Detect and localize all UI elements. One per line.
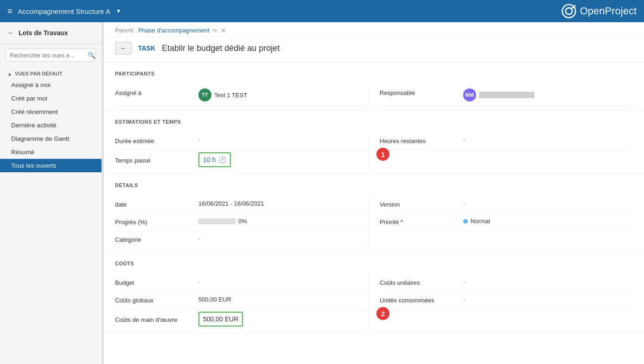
task-header: ← TASK Etablir le budget dédié au projet <box>104 37 644 63</box>
priorite-label: Priorité * <box>380 218 463 226</box>
task-type: TASK <box>138 44 155 52</box>
date-row: date 16/06/2021 - 16/06/2021 <box>115 195 368 213</box>
clock-icon: 🕐 <box>218 156 226 163</box>
participants-section: PARTICIPANTS Assigné à TT Test 1 TEST Re… <box>104 63 644 111</box>
progres-row: Progrès (%) 0% <box>115 213 368 231</box>
sidebar-section-label: ▲ VUES PAR DÉFAUT <box>0 66 102 78</box>
couts-right: Coûts unitaires - Unités consommées - <box>368 274 633 329</box>
heures-value: - <box>463 137 465 144</box>
couts-main-wrapper: Coûts de main d'œuvre 500,00 EUR 2 <box>115 309 368 329</box>
duree-value: - <box>198 137 200 144</box>
budget-value: - <box>198 278 200 285</box>
categorie-row: Catégorie - <box>115 231 368 248</box>
date-value: 16/06/2021 - 16/06/2021 <box>198 200 264 207</box>
estimations-left: Durée estimée - Temps passé 10 h 🕐 1 <box>115 132 368 170</box>
assigned-name: Test 1 TEST <box>214 92 247 99</box>
heures-label: Heures restantes <box>380 137 463 144</box>
duree-label: Durée estimée <box>115 137 198 144</box>
sidebar-item-resume[interactable]: Résumé <box>0 145 102 159</box>
participants-grid: Assigné à TT Test 1 TEST Responsable MM <box>115 84 633 107</box>
assigned-label: Assigné à <box>115 88 198 96</box>
duree-row: Durée estimée - <box>115 132 368 150</box>
logo: OpenProject <box>561 4 637 19</box>
sidebar-item-tous-ouverts[interactable]: Tous les ouverts <box>0 159 102 172</box>
breadcrumb-link[interactable]: Phase d'accompagnement <box>138 27 210 34</box>
sidebar-item-cree-par-moi[interactable]: Créé par moi <box>0 92 102 105</box>
breadcrumb-parent-label: Parent: <box>115 27 134 34</box>
responsible-row: Responsable MM <box>380 84 633 107</box>
breadcrumb: Parent: Phase d'accompagnement ✏ ✕ <box>104 22 644 37</box>
unites-row: Unités consommées - <box>380 291 633 309</box>
details-grid: date 16/06/2021 - 16/06/2021 Progrès (%)… <box>115 195 633 248</box>
couts-main-highlight: 500,00 EUR <box>198 312 243 326</box>
annotation-badge-1: 1 <box>376 148 389 161</box>
version-label: Version <box>380 200 463 208</box>
responsible-value: MM <box>463 88 535 101</box>
back-button[interactable]: ← <box>115 42 132 55</box>
project-name[interactable]: Accompagnement Structure A <box>18 7 110 15</box>
couts-globaux-row: Coûts globaux 500,00 EUR <box>115 291 368 309</box>
couts-main-label: Coûts de main d'œuvre <box>115 315 198 323</box>
assigned-row: Assigné à TT Test 1 TEST <box>115 84 368 107</box>
couts-left: Budget - Coûts globaux 500,00 EUR Coûts … <box>115 274 368 329</box>
main-content: Parent: Phase d'accompagnement ✏ ✕ ← TAS… <box>104 22 644 364</box>
estimations-grid: Durée estimée - Temps passé 10 h 🕐 1 <box>115 132 633 170</box>
temps-label: Temps passé <box>115 156 198 164</box>
task-title: Etablir le budget dédié au projet <box>162 44 280 53</box>
avatar-tt: TT <box>198 88 211 101</box>
sidebar-item-cree-recemment[interactable]: Créé récemment <box>0 105 102 119</box>
progres-percent: 0% <box>238 218 247 225</box>
date-label: date <box>115 200 198 208</box>
couts-globaux-label: Coûts globaux <box>115 296 198 304</box>
sidebar-title: Lots de Travaux <box>19 29 68 37</box>
sidebar-search-container: 🔍 <box>6 49 96 62</box>
sidebar-item-assigne[interactable]: Assigné à moi <box>0 78 102 92</box>
annotation-badge-2: 2 <box>376 307 389 320</box>
breadcrumb-close-icon[interactable]: ✕ <box>221 27 226 34</box>
priorite-row: Priorité * Normal <box>380 213 633 231</box>
sidebar-back-icon[interactable]: ← <box>7 29 15 37</box>
estimations-right: Heures restantes - <box>368 132 633 170</box>
couts-unitaires-row: Coûts unitaires - <box>380 274 633 291</box>
budget-label: Budget <box>115 278 198 286</box>
sidebar-header: ← Lots de Travaux <box>0 22 102 44</box>
details-left: date 16/06/2021 - 16/06/2021 Progrès (%)… <box>115 195 368 248</box>
details-right: Version - Priorité * Normal <box>368 195 633 248</box>
temps-value[interactable]: 10 h <box>203 156 216 163</box>
couts-main-value[interactable]: 500,00 EUR <box>203 315 238 323</box>
temps-highlight: 10 h 🕐 <box>198 152 231 167</box>
progres-value: 0% <box>198 218 247 225</box>
priorite-text: Normal <box>471 218 490 225</box>
categorie-label: Catégorie <box>115 235 198 243</box>
couts-section: COÛTS Budget - Coûts globaux 500,00 EUR … <box>104 252 644 333</box>
couts-grid: Budget - Coûts globaux 500,00 EUR Coûts … <box>115 274 633 329</box>
unites-value: - <box>463 296 465 303</box>
breadcrumb-edit-icon[interactable]: ✏ <box>213 27 217 34</box>
couts-unitaires-value: - <box>463 278 465 285</box>
details-section: DÉTAILS date 16/06/2021 - 16/06/2021 Pro… <box>104 174 644 252</box>
progress-bar <box>198 219 236 224</box>
priority-dot <box>463 219 468 224</box>
search-icon: 🔍 <box>88 51 96 59</box>
participants-title: PARTICIPANTS <box>115 71 633 76</box>
sidebar-item-derniere-activite[interactable]: Dernière activité <box>0 119 102 132</box>
responsible-label: Responsable <box>380 88 463 96</box>
temps-row-wrapper: Temps passé 10 h 🕐 1 <box>115 150 368 170</box>
openproject-logo-icon <box>561 4 576 19</box>
participants-right: Responsable MM <box>368 84 633 107</box>
version-row: Version - <box>380 195 633 213</box>
menu-icon[interactable]: ≡ <box>7 6 13 16</box>
heures-row: Heures restantes - <box>380 132 633 150</box>
priorite-value: Normal <box>463 218 490 225</box>
collapse-icon[interactable]: ▲ <box>7 71 12 76</box>
couts-globaux-value: 500,00 EUR <box>198 296 231 303</box>
progres-label: Progrès (%) <box>115 218 198 226</box>
sidebar-item-gantt[interactable]: Diagramme de Gantt <box>0 132 102 145</box>
estimations-section: ESTIMATIONS ET TEMPS Durée estimée - Tem… <box>104 111 644 174</box>
budget-row: Budget - <box>115 274 368 291</box>
search-input[interactable] <box>10 52 88 59</box>
project-dropdown-icon[interactable]: ▼ <box>116 8 121 14</box>
sidebar: ← Lots de Travaux 🔍 ▲ VUES PAR DÉFAUT As… <box>0 22 102 364</box>
assigned-value: TT Test 1 TEST <box>198 88 247 101</box>
unites-label: Unités consommées <box>380 296 463 304</box>
